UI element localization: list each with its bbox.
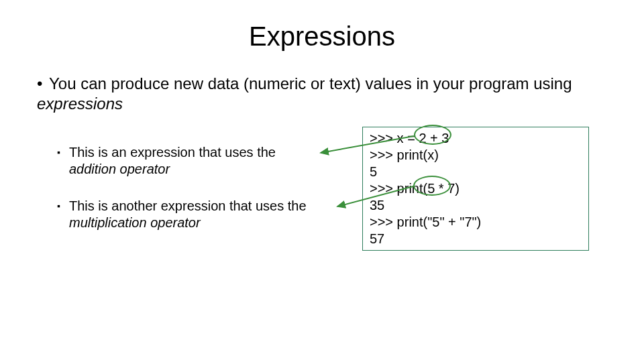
code-line: >>> print("5" + "7") bbox=[370, 215, 481, 229]
sub-bullet-addition: ▪This is an expression that uses the add… bbox=[57, 144, 332, 178]
square-bullet-icon: ▪ bbox=[57, 198, 69, 214]
sub-bullet-multiplication: ▪This is another expression that uses th… bbox=[57, 198, 332, 231]
code-line: 57 bbox=[370, 231, 384, 246]
main-bullet-text: You can produce new data (numeric or tex… bbox=[49, 74, 572, 93]
main-bullet: •You can produce new data (numeric or te… bbox=[37, 74, 587, 114]
sub1-emph: addition operator bbox=[69, 162, 170, 176]
code-line: >>> print(5 * 7) bbox=[370, 181, 460, 196]
code-line: >>> print(x) bbox=[370, 147, 439, 162]
sub1-pre: This is an expression that uses the bbox=[69, 145, 276, 160]
sub2-pre: This is another expression that uses the bbox=[69, 198, 307, 213]
bullet-dot-icon: • bbox=[37, 74, 49, 94]
code-line: 5 bbox=[370, 164, 377, 179]
sub2-emph: multiplication operator bbox=[69, 215, 201, 230]
slide-title: Expressions bbox=[0, 21, 644, 52]
slide: Expressions •You can produce new data (n… bbox=[0, 0, 644, 362]
code-line: 35 bbox=[370, 198, 384, 213]
main-bullet-emph: expressions bbox=[37, 95, 123, 113]
square-bullet-icon: ▪ bbox=[57, 144, 69, 160]
sub-bullet-text: This is an expression that uses the addi… bbox=[69, 144, 324, 178]
code-box: >>> x = 2 + 3 >>> print(x) 5 >>> print(5… bbox=[362, 127, 589, 251]
sub-bullet-text: This is another expression that uses the… bbox=[69, 198, 324, 231]
code-line: >>> x = 2 + 3 bbox=[370, 131, 449, 145]
